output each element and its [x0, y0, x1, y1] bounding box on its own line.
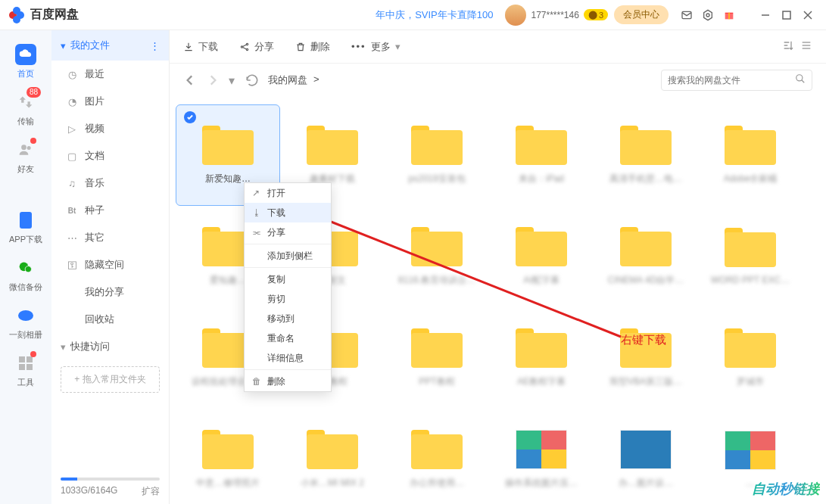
coin-badge[interactable]: ⬤ 3 — [584, 9, 608, 20]
context-share[interactable]: ⫘分享 — [245, 222, 331, 242]
rail-transfer[interactable]: 88 传输 — [0, 86, 51, 133]
sidebar-images[interactable]: ◔图片 — [51, 88, 169, 115]
notification-dot — [30, 138, 36, 144]
folder-item[interactable]: PPT教程 — [385, 307, 489, 409]
storage-text: 1033G/6164G — [61, 485, 117, 498]
rail-app-download[interactable]: APP下载 — [0, 204, 51, 251]
toolbar-delete-button[interactable]: 删除 — [295, 40, 330, 54]
rail-wechat-backup[interactable]: 微信备份 — [0, 251, 51, 299]
search-icon[interactable] — [795, 73, 806, 87]
sidebar-video[interactable]: ▷视频 — [51, 115, 169, 142]
folder-icon — [202, 126, 254, 165]
folder-item[interactable]: 高清手机壁…电… — [594, 104, 698, 206]
folder-icon — [725, 126, 776, 165]
context-open[interactable]: ↗打开 — [245, 183, 331, 203]
svg-point-3 — [13, 16, 20, 23]
svg-point-15 — [27, 146, 31, 150]
toolbar-share-button[interactable]: 分享 — [239, 40, 274, 54]
folder-item[interactable]: 简型VBA第三版… — [594, 307, 698, 409]
folder-item[interactable]: AE教程字幕 — [489, 307, 594, 409]
more-icon[interactable]: ⋮ — [150, 40, 160, 51]
folder-item[interactable]: 来自：iPad — [489, 104, 594, 206]
caret-down-icon: ▾ — [61, 40, 66, 51]
sidebar-recycle[interactable]: 回收站 — [51, 306, 169, 333]
context-move-to[interactable]: 移动到 — [245, 309, 331, 328]
notification-dot — [30, 351, 36, 357]
check-icon — [184, 111, 196, 123]
folder-item[interactable]: 办公所使用… — [385, 409, 489, 504]
folder-item[interactable]: 中意…修理照片 — [176, 409, 280, 504]
expand-storage-link[interactable]: 扩容 — [142, 485, 160, 498]
svg-point-25 — [246, 43, 248, 45]
gift-icon[interactable] — [723, 9, 735, 21]
list-view-icon[interactable] — [800, 39, 812, 54]
navbar: ▾ 我的网盘 > — [170, 64, 826, 97]
toolbar: 下载 分享 删除 •••更多▾ — [170, 30, 826, 64]
folder-item[interactable]: Adobe全家桶 — [698, 104, 803, 206]
context-delete[interactable]: 🗑删除 — [245, 372, 331, 391]
file-item[interactable]: 操作系统图片压… — [489, 409, 594, 504]
context-menu: ↗打开 ⭳下载 ⫘分享 添加到侧栏 复制 剪切 移动到 重命名 详细信息 🗑删除 — [244, 182, 332, 392]
svg-rect-20 — [19, 356, 25, 362]
context-add-sidebar[interactable]: 添加到侧栏 — [245, 246, 331, 266]
file-item[interactable]: 办…图片设… — [594, 409, 698, 504]
toolbar-download-button[interactable]: 下载 — [183, 40, 218, 54]
folder-item[interactable]: AI配字幕 — [489, 206, 594, 307]
sidebar-my-share[interactable]: 我的分享 — [51, 278, 169, 306]
sidebar-docs[interactable]: ▢文档 — [51, 142, 169, 170]
storage-bar — [61, 478, 160, 481]
close-button[interactable] — [802, 9, 814, 21]
nav-dropdown-button[interactable]: ▾ — [229, 73, 236, 87]
folder-item[interactable]: 小米…MI MIX 2 — [280, 409, 385, 504]
maximize-button[interactable] — [781, 9, 793, 21]
promo-link[interactable]: 年中庆，SVIP年卡直降100 — [376, 8, 493, 22]
svg-line-31 — [802, 80, 805, 83]
context-copy[interactable]: 复制 — [245, 269, 331, 289]
settings-icon[interactable] — [702, 9, 714, 21]
mail-icon[interactable] — [681, 9, 693, 21]
context-cut[interactable]: 剪切 — [245, 289, 331, 309]
user-avatar[interactable] — [505, 5, 526, 26]
play-icon: ▷ — [67, 123, 77, 134]
sidebar-seeds[interactable]: Bt种子 — [51, 197, 169, 224]
folder-item[interactable]: 罗城市 — [698, 307, 803, 409]
quick-access-dropzone[interactable]: + 拖入常用文件夹 — [61, 366, 160, 393]
svg-rect-22 — [19, 364, 25, 370]
folder-item[interactable]: ps2019安装包 — [385, 104, 489, 206]
svg-point-14 — [21, 145, 26, 150]
sidebar-my-files[interactable]: ▾ 我的文件 ⋮ — [51, 30, 169, 61]
search-input[interactable] — [668, 75, 795, 86]
folder-icon — [411, 328, 463, 368]
share-icon: ⫘ — [252, 228, 261, 237]
folder-icon — [516, 328, 567, 368]
rail-home[interactable]: 首页 — [0, 38, 51, 86]
ellipsis-icon: ⋯ — [67, 232, 77, 243]
folder-item[interactable]: CINEMA 4D自学… — [594, 206, 698, 307]
sidebar-music[interactable]: ♫音乐 — [51, 170, 169, 197]
folder-icon — [725, 228, 776, 267]
rail-tools[interactable]: 工具 — [0, 347, 51, 394]
folder-item[interactable]: WORD PPT EXC… — [698, 206, 803, 307]
open-icon: ↗ — [252, 188, 261, 198]
toolbar-more-button[interactable]: •••更多▾ — [351, 40, 401, 54]
sidebar-other[interactable]: ⋯其它 — [51, 224, 169, 251]
minimize-button[interactable] — [759, 9, 771, 21]
folder-item[interactable]: 8116.教育培训合… — [385, 206, 489, 307]
rail-album[interactable]: 一刻相册 — [0, 299, 51, 347]
context-rename[interactable]: 重命名 — [245, 328, 331, 348]
context-download[interactable]: ⭳下载 — [245, 203, 331, 222]
search-box[interactable] — [661, 70, 812, 91]
rail-friends[interactable]: 好友 — [0, 133, 51, 181]
sidebar-quick-access[interactable]: ▾快捷访问 — [51, 333, 169, 360]
context-details[interactable]: 详细信息 — [245, 348, 331, 368]
sort-icon[interactable] — [782, 39, 794, 54]
svg-rect-9 — [728, 12, 729, 19]
nav-forward-button[interactable] — [206, 73, 220, 87]
wechat-icon — [15, 257, 36, 278]
breadcrumb[interactable]: 我的网盘 > — [268, 73, 319, 87]
nav-back-button[interactable] — [183, 73, 197, 87]
sidebar-recent[interactable]: ◷最近 — [51, 61, 169, 88]
sidebar-hidden[interactable]: ⚿隐藏空间 — [51, 251, 169, 278]
member-center-button[interactable]: 会员中心 — [614, 5, 669, 24]
refresh-button[interactable] — [245, 73, 259, 87]
